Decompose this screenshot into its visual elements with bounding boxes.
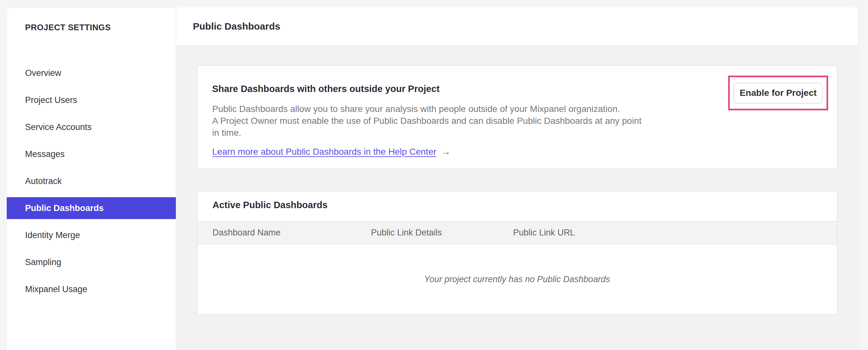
sidebar-item-project-users[interactable]: Project Users	[7, 87, 176, 114]
sidebar-item-service-accounts[interactable]: Service Accounts	[7, 114, 176, 141]
page-header: Public Dashboards	[176, 7, 858, 46]
active-dashboards-card: Active Public Dashboards Dashboard Name …	[197, 191, 837, 315]
sidebar-item-mixpanel-usage[interactable]: Mixpanel Usage	[7, 276, 176, 303]
column-header-public-link-details: Public Link Details	[371, 222, 442, 244]
sidebar-item-identity-merge[interactable]: Identity Merge	[7, 222, 176, 249]
dashboards-empty-state: Your project currently has no Public Das…	[197, 244, 837, 314]
content-area: Share Dashboards with others outside you…	[176, 46, 858, 350]
empty-state-message: Your project currently has no Public Das…	[424, 274, 610, 284]
sidebar-nav: Overview Project Users Service Accounts …	[7, 59, 176, 303]
annotation-highlight-box: Enable for Project	[728, 76, 828, 110]
help-center-link[interactable]: Learn more about Public Dashboards in th…	[212, 147, 436, 157]
sidebar-item-sampling[interactable]: Sampling	[7, 249, 176, 276]
sidebar-item-public-dashboards[interactable]: Public Dashboards	[7, 197, 176, 219]
share-dashboards-card: Share Dashboards with others outside you…	[197, 65, 837, 169]
sidebar-item-overview[interactable]: Overview	[7, 59, 176, 87]
sidebar-item-messages[interactable]: Messages	[7, 141, 176, 168]
sidebar-title: PROJECT SETTINGS	[7, 8, 176, 32]
dashboards-table-header: Dashboard Name Public Link Details Publi…	[197, 221, 837, 244]
arrow-right-icon: →	[441, 147, 451, 157]
column-header-dashboard-name: Dashboard Name	[213, 222, 281, 244]
main-panel: Public Dashboards Share Dashboards with …	[176, 7, 858, 350]
column-header-public-link-url: Public Link URL	[513, 222, 575, 244]
share-card-description-line: A Project Owner must enable the use of P…	[212, 115, 837, 127]
active-card-title: Active Public Dashboards	[197, 200, 837, 210]
share-card-description-line: in time.	[212, 127, 837, 139]
settings-sidebar: PROJECT SETTINGS Overview Project Users …	[6, 7, 176, 350]
project-settings-page: PROJECT SETTINGS Overview Project Users …	[0, 0, 868, 350]
page-title: Public Dashboards	[193, 21, 280, 32]
sidebar-item-autotrack[interactable]: Autotrack	[7, 168, 176, 195]
enable-for-project-button[interactable]: Enable for Project	[734, 83, 823, 104]
